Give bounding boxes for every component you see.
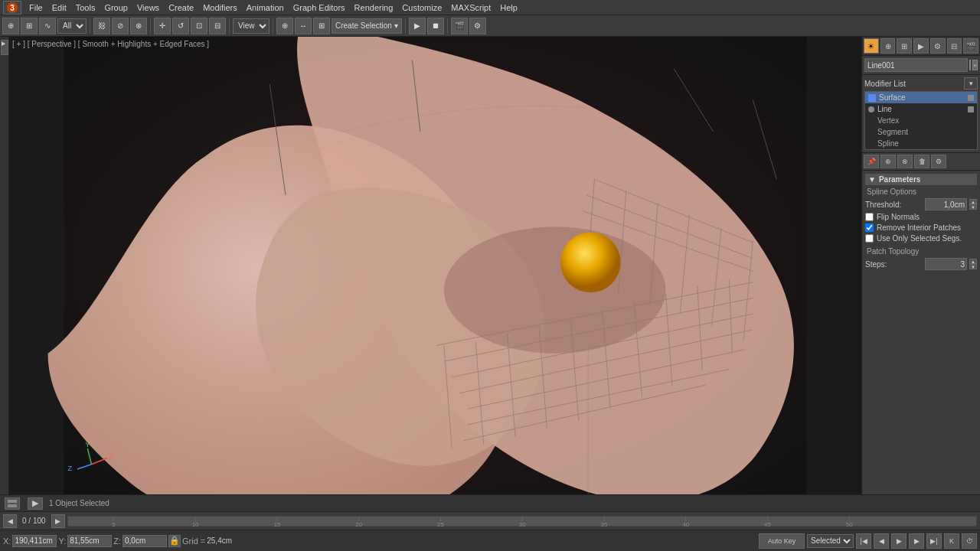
- app-logo[interactable]: 3: [3, 1, 21, 15]
- viewport-svg: X Y Z: [9, 37, 861, 494]
- status-icon-btn[interactable]: [5, 497, 20, 510]
- prev-frame-btn[interactable]: ◀: [874, 533, 889, 549]
- menu-customize[interactable]: Customize: [397, 3, 446, 12]
- create-selection-dropdown[interactable]: Create Selection ▾: [332, 18, 402, 34]
- mirror-btn[interactable]: ↔: [295, 18, 312, 34]
- steps-down-btn[interactable]: ▼: [969, 264, 977, 269]
- play-anim-btn[interactable]: ▶: [891, 533, 906, 549]
- timeline-track[interactable]: 5 10 15 20 25 30 35 40 45 50: [67, 516, 977, 527]
- threshold-label: Threshold:: [865, 201, 923, 209]
- auto-key-btn[interactable]: Auto Key: [759, 533, 805, 549]
- menu-tools[interactable]: Tools: [71, 3, 100, 12]
- panel-tab-extra[interactable]: ⊟: [947, 38, 962, 54]
- timeline-next-btn[interactable]: ▶: [51, 514, 65, 528]
- menu-rendering[interactable]: Rendering: [350, 3, 398, 12]
- steps-up-btn[interactable]: ▲: [969, 259, 977, 264]
- modifier-item-spline[interactable]: Spline: [865, 138, 977, 149]
- modifier-item-surface[interactable]: Surface: [865, 92, 977, 103]
- modifier-item-line[interactable]: Line: [865, 103, 977, 115]
- render-settings-btn[interactable]: ⚙: [469, 18, 486, 34]
- steps-label: Steps:: [865, 260, 923, 269]
- stack-make-unique-btn[interactable]: ⊗: [897, 155, 913, 168]
- svg-text:Y: Y: [85, 441, 90, 448]
- parameters-header[interactable]: ▼ Parameters: [865, 174, 977, 185]
- stack-configure-btn[interactable]: ⚙: [931, 155, 946, 168]
- menu-animation[interactable]: Animation: [242, 3, 289, 12]
- menu-create[interactable]: Create: [164, 3, 198, 12]
- steps-input[interactable]: [925, 258, 967, 270]
- modifier-list-dropdown-btn[interactable]: ▾: [964, 77, 978, 90]
- coord-y-input[interactable]: [67, 535, 112, 547]
- render-btn[interactable]: 🎬: [451, 18, 468, 34]
- svg-text:40: 40: [682, 521, 689, 527]
- select-move-btn[interactable]: ✛: [154, 18, 171, 34]
- menu-views[interactable]: Views: [132, 3, 164, 12]
- stop-btn[interactable]: ⏹: [427, 18, 444, 34]
- svg-text:3: 3: [10, 4, 15, 12]
- selected-dropdown[interactable]: Selected: [807, 534, 854, 548]
- next-frame-btn[interactable]: ▶: [909, 533, 924, 549]
- timeline-prev-btn[interactable]: ◀: [3, 514, 17, 528]
- threshold-down-btn[interactable]: ▼: [969, 204, 977, 210]
- go-to-start-btn[interactable]: |◀: [856, 533, 871, 549]
- select-tool-btn[interactable]: ⊕: [2, 18, 19, 34]
- object-name-input[interactable]: [864, 58, 968, 72]
- spline-options-label: Spline Options: [865, 187, 977, 196]
- time-config-btn[interactable]: ⏱: [962, 533, 977, 549]
- object-color-swatch[interactable]: [969, 60, 971, 70]
- stack-pin-btn[interactable]: 📌: [864, 155, 879, 168]
- key-mode-btn[interactable]: K: [944, 533, 959, 549]
- panel-tab-modify[interactable]: ⊕: [880, 38, 896, 54]
- coord-lock-btn[interactable]: 🔒: [168, 535, 181, 547]
- coord-z-label: Z:: [113, 536, 121, 546]
- use-only-selected-segs-checkbox[interactable]: [865, 234, 874, 243]
- coord-x-input[interactable]: [12, 535, 57, 547]
- unlink-btn[interactable]: ⊘: [112, 18, 129, 34]
- go-to-end-btn[interactable]: ▶|: [926, 533, 942, 549]
- remove-interior-patches-checkbox[interactable]: [865, 223, 874, 232]
- pivot-btn[interactable]: ⊕: [276, 18, 293, 34]
- threshold-spinner[interactable]: ▲ ▼: [969, 199, 977, 210]
- object-options-btn[interactable]: ×: [972, 60, 978, 70]
- modifier-item-vertex[interactable]: Vertex: [865, 115, 977, 126]
- panel-tab-utilities[interactable]: ⚙: [930, 38, 946, 54]
- flip-normals-checkbox[interactable]: [865, 213, 874, 221]
- modifier-bullet-line: [868, 106, 874, 112]
- menu-maxscript[interactable]: MAXScript: [446, 3, 495, 12]
- scale-btn[interactable]: ⊡: [191, 18, 207, 34]
- squash-btn[interactable]: ⊟: [209, 18, 226, 34]
- menu-graph-editors[interactable]: Graph Editors: [289, 3, 350, 12]
- view-dropdown[interactable]: View: [233, 18, 270, 34]
- steps-spinner[interactable]: ▲ ▼: [969, 259, 977, 269]
- rotate-btn[interactable]: ↺: [172, 18, 189, 34]
- bind-space-warp-btn[interactable]: ⊗: [130, 18, 147, 34]
- menu-file[interactable]: File: [24, 3, 47, 12]
- threshold-up-btn[interactable]: ▲: [969, 199, 977, 204]
- panel-tab-hierarchy[interactable]: ⊞: [897, 38, 912, 54]
- menu-group[interactable]: Group: [100, 3, 132, 12]
- selection-filter[interactable]: All: [57, 18, 87, 34]
- modifier-item-segment[interactable]: Segment: [865, 126, 977, 138]
- panel-tab-motion[interactable]: ▶: [913, 38, 929, 54]
- modifier-vis-surface[interactable]: [968, 95, 974, 101]
- lasso-btn[interactable]: ∿: [39, 18, 56, 34]
- select-region-btn[interactable]: ⊞: [21, 18, 38, 34]
- status-play-btn[interactable]: ▶: [28, 497, 43, 510]
- play-btn[interactable]: ▶: [409, 18, 426, 34]
- coord-z-input[interactable]: [122, 535, 167, 547]
- modifier-vis-line[interactable]: [968, 106, 974, 112]
- left-sidebar-btn[interactable]: ▶: [1, 40, 8, 55]
- coord-y-label: Y:: [58, 536, 66, 546]
- menu-edit[interactable]: Edit: [47, 3, 71, 12]
- panel-tab-display[interactable]: ☀: [864, 38, 879, 54]
- stack-show-end-result-btn[interactable]: ⊕: [880, 155, 896, 168]
- link-btn[interactable]: ⛓: [93, 18, 110, 34]
- menu-help[interactable]: Help: [495, 3, 522, 12]
- stack-remove-modifier-btn[interactable]: 🗑: [914, 155, 929, 168]
- align-btn[interactable]: ⊞: [313, 18, 330, 34]
- panel-tabs: ☀ ⊕ ⊞ ▶ ⚙ ⊟ 🎬: [862, 37, 980, 56]
- menu-modifiers[interactable]: Modifiers: [198, 3, 242, 12]
- threshold-input[interactable]: [925, 198, 967, 210]
- panel-tab-render[interactable]: 🎬: [963, 38, 978, 54]
- viewport[interactable]: [ + ] [ Perspective ] [ Smooth + Highlig…: [9, 37, 861, 494]
